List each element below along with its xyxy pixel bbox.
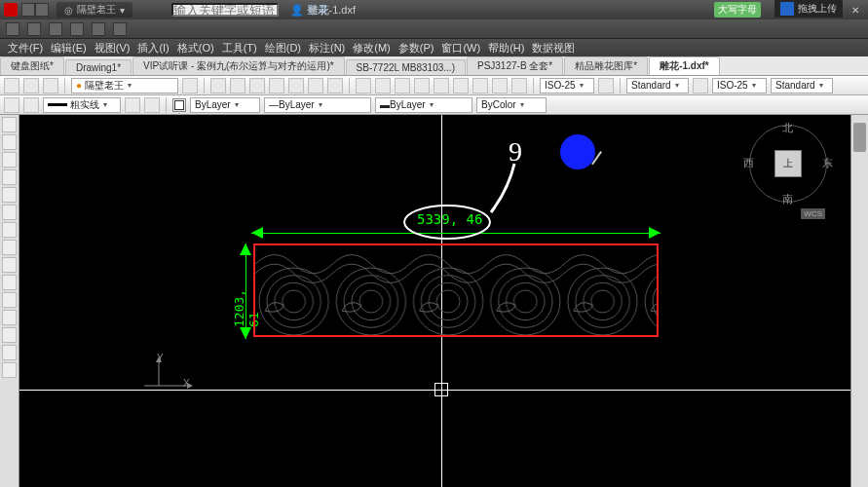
upload-overlay[interactable]: 拖拽上传: [774, 0, 843, 18]
tool-array[interactable]: [511, 78, 527, 94]
tool-arc[interactable]: [269, 78, 284, 94]
draw-region-icon[interactable]: [2, 345, 17, 360]
tab-6[interactable]: 雕花-1.dxf*: [649, 56, 720, 75]
menu-file[interactable]: 文件(F): [8, 41, 43, 56]
tab-1[interactable]: Drawing1*: [65, 59, 132, 75]
draw-pline-icon[interactable]: [2, 134, 17, 150]
tool-open[interactable]: [23, 78, 39, 94]
tool-dim[interactable]: [598, 78, 614, 94]
menu-window[interactable]: 窗口(W): [441, 41, 480, 56]
menu-draw[interactable]: 绘图(D): [265, 41, 301, 56]
tool-text[interactable]: [327, 78, 343, 94]
draw-more-icon[interactable]: [2, 362, 17, 378]
menu-modify[interactable]: 修改(M): [353, 41, 391, 56]
draw-block-icon[interactable]: [2, 292, 17, 308]
draw-line-icon[interactable]: [2, 117, 17, 132]
qat-save2[interactable]: [49, 22, 62, 36]
draw-ellipse-icon[interactable]: [2, 240, 17, 255]
tool-new[interactable]: [4, 78, 19, 94]
tab-3[interactable]: SB-7722L MB83103...): [346, 59, 466, 75]
viewcube-top[interactable]: 上: [774, 150, 802, 177]
tab-5[interactable]: 精品雕花图库*: [564, 56, 648, 75]
tool-move[interactable]: [356, 78, 371, 94]
menu-format[interactable]: 格式(O): [177, 41, 214, 56]
selected-block[interactable]: [253, 244, 659, 337]
menu-edit[interactable]: 编辑(E): [51, 41, 87, 56]
draw-rect-icon[interactable]: [2, 169, 17, 185]
draw-text-icon[interactable]: [2, 310, 17, 325]
tab-2[interactable]: VIP试听课 - 案例九(布尔运算与对齐的运用)*: [132, 56, 345, 75]
tab-4[interactable]: PSJ3127-B 全套*: [467, 56, 563, 75]
linetype-dd[interactable]: — ByLayer: [264, 97, 371, 113]
tool-pline[interactable]: [230, 78, 245, 94]
prop-match[interactable]: [144, 97, 160, 113]
qat-print[interactable]: [113, 22, 127, 36]
app-icon[interactable]: [4, 3, 18, 17]
menu-dimension[interactable]: 标注(N): [309, 41, 345, 56]
tool-rect[interactable]: [288, 78, 304, 94]
lineweight-dd[interactable]: 粗实线: [43, 97, 121, 113]
prop-btn1[interactable]: [4, 97, 19, 113]
style4-dd[interactable]: Standard: [771, 78, 833, 94]
help-search-input[interactable]: [171, 3, 279, 17]
tool-rotate[interactable]: [395, 78, 410, 94]
style3-dd[interactable]: ISO-25: [712, 78, 767, 94]
tool-line[interactable]: [210, 78, 226, 94]
document-tabs: 键盘图纸* Drawing1* VIP试听课 - 案例九(布尔运算与对齐的运用)…: [0, 56, 868, 76]
viewcube-e[interactable]: 东: [822, 156, 833, 170]
tool-flag[interactable]: [43, 78, 58, 94]
viewcube-n[interactable]: 北: [782, 121, 793, 135]
vertical-scrollbar[interactable]: [850, 115, 868, 487]
qat-open[interactable]: [21, 3, 35, 17]
menu-insert[interactable]: 插入(I): [137, 41, 169, 56]
textstyle-dd[interactable]: Standard: [626, 78, 689, 94]
tool-mtext[interactable]: [693, 78, 708, 94]
close-button[interactable]: ✕: [843, 1, 868, 19]
viewcube-w[interactable]: 西: [743, 156, 754, 170]
draw-spline-icon[interactable]: [2, 222, 17, 238]
tab-0[interactable]: 键盘图纸*: [0, 56, 64, 75]
draw-circle-icon[interactable]: [2, 205, 17, 220]
menu-help[interactable]: 帮助(H): [488, 41, 524, 56]
color-dd[interactable]: ByLayer: [190, 97, 260, 113]
draw-point-icon[interactable]: [2, 275, 17, 290]
viewcube-s[interactable]: 南: [782, 192, 793, 206]
tool-mirror[interactable]: [414, 78, 430, 94]
tool-layer-states[interactable]: [182, 78, 198, 94]
menu-view[interactable]: 视图(V): [94, 41, 131, 56]
tool-extend[interactable]: [472, 78, 488, 94]
color-picker[interactable]: [172, 98, 186, 112]
menu-data[interactable]: 数据视图: [532, 41, 575, 56]
tool-copy[interactable]: [375, 78, 391, 94]
wcs-label[interactable]: WCS: [801, 208, 825, 219]
tool-trim[interactable]: [453, 78, 469, 94]
viewcube[interactable]: 上 北 南 东 西: [749, 125, 827, 203]
draw-table-icon[interactable]: [2, 327, 17, 343]
window-title: 雕花-1.dxf: [308, 3, 357, 18]
qat-layer-dd[interactable]: ◎ 隔壁老王 ▾: [57, 2, 132, 18]
tool-scale[interactable]: [434, 78, 449, 94]
tool-circle[interactable]: [249, 78, 265, 94]
layer-dropdown[interactable]: ● 隔壁老王: [71, 78, 178, 94]
qat-undo[interactable]: [70, 22, 84, 36]
tool-hatch[interactable]: [308, 78, 323, 94]
draw-hatch-icon[interactable]: [2, 257, 17, 273]
draw-polygon-icon[interactable]: [2, 152, 17, 168]
scroll-thumb[interactable]: [853, 123, 866, 152]
tool-fillet[interactable]: [492, 78, 508, 94]
dimstyle-dd[interactable]: ISO-25: [540, 78, 594, 94]
qat-redo[interactable]: [92, 22, 105, 36]
menu-param[interactable]: 参数(P): [398, 41, 434, 56]
draw-arc-icon[interactable]: [2, 187, 17, 203]
qat-new[interactable]: [6, 22, 19, 36]
prop-layer[interactable]: [125, 97, 140, 113]
menu-tools[interactable]: 工具(T): [222, 41, 257, 56]
qat-layer-label: 隔壁老王: [77, 3, 116, 17]
prop-btn2[interactable]: [23, 97, 39, 113]
dimension-vertical[interactable]: 1203, 61: [238, 244, 253, 339]
plotstyle-dd[interactable]: ByColor: [476, 97, 547, 113]
qat-open2[interactable]: [27, 22, 41, 36]
drawing-canvas[interactable]: Y X 5339, 46 1203, 61: [19, 115, 850, 487]
qat-save[interactable]: [35, 3, 49, 17]
lweight-dd2[interactable]: ▬ ByLayer: [375, 97, 472, 113]
